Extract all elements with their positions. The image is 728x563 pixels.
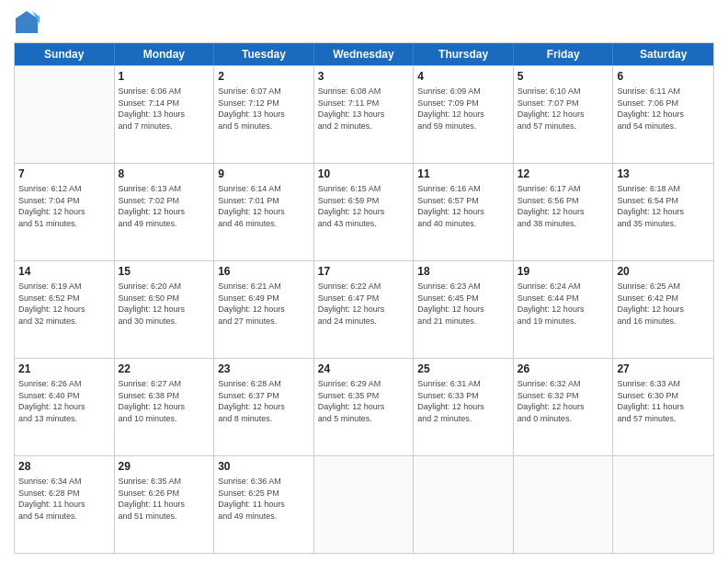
day-number-22: 22: [119, 362, 210, 376]
day-info-20: Sunrise: 6:25 AMSunset: 6:42 PMDaylight:…: [617, 281, 710, 327]
calendar-row-1: 7Sunrise: 6:12 AMSunset: 7:04 PMDaylight…: [15, 163, 713, 260]
weekday-header-thursday: Thursday: [414, 43, 514, 65]
day-cell-4: 4Sunrise: 6:09 AMSunset: 7:09 PMDaylight…: [414, 66, 514, 163]
day-number-2: 2: [218, 69, 310, 84]
day-info-5: Sunrise: 6:10 AMSunset: 7:07 PMDaylight:…: [518, 86, 609, 132]
day-info-26: Sunrise: 6:32 AMSunset: 6:32 PMDaylight:…: [518, 378, 609, 424]
day-cell-29: 29Sunrise: 6:35 AMSunset: 6:26 PMDayligh…: [115, 456, 215, 553]
day-cell-27: 27Sunrise: 6:33 AMSunset: 6:30 PMDayligh…: [613, 359, 713, 455]
day-number-1: 1: [119, 69, 210, 84]
empty-cell: [314, 456, 415, 553]
day-info-16: Sunrise: 6:21 AMSunset: 6:49 PMDaylight:…: [218, 281, 310, 327]
day-info-7: Sunrise: 6:12 AMSunset: 7:04 PMDaylight:…: [18, 183, 110, 229]
day-number-3: 3: [318, 69, 410, 84]
day-info-1: Sunrise: 6:06 AMSunset: 7:14 PMDaylight:…: [119, 86, 210, 132]
day-number-25: 25: [417, 362, 509, 376]
day-info-21: Sunrise: 6:26 AMSunset: 6:40 PMDaylight:…: [18, 378, 110, 424]
day-cell-22: 22Sunrise: 6:27 AMSunset: 6:38 PMDayligh…: [115, 359, 215, 455]
calendar-body: 1Sunrise: 6:06 AMSunset: 7:14 PMDaylight…: [15, 65, 713, 553]
day-number-28: 28: [18, 459, 110, 474]
weekday-header-saturday: Saturday: [613, 43, 713, 65]
day-cell-16: 16Sunrise: 6:21 AMSunset: 6:49 PMDayligh…: [214, 261, 314, 358]
day-number-19: 19: [518, 264, 609, 279]
calendar-row-3: 21Sunrise: 6:26 AMSunset: 6:40 PMDayligh…: [15, 358, 713, 455]
day-number-21: 21: [18, 362, 110, 376]
day-cell-8: 8Sunrise: 6:13 AMSunset: 7:02 PMDaylight…: [115, 164, 215, 260]
day-info-14: Sunrise: 6:19 AMSunset: 6:52 PMDaylight:…: [18, 281, 110, 327]
day-cell-23: 23Sunrise: 6:28 AMSunset: 6:37 PMDayligh…: [214, 359, 314, 455]
day-number-20: 20: [617, 264, 710, 279]
day-info-15: Sunrise: 6:20 AMSunset: 6:50 PMDaylight:…: [119, 281, 210, 327]
day-cell-9: 9Sunrise: 6:14 AMSunset: 7:01 PMDaylight…: [214, 164, 314, 260]
day-cell-15: 15Sunrise: 6:20 AMSunset: 6:50 PMDayligh…: [115, 261, 215, 358]
day-info-10: Sunrise: 6:15 AMSunset: 6:59 PMDaylight:…: [318, 183, 410, 229]
empty-cell: [15, 66, 115, 163]
day-cell-5: 5Sunrise: 6:10 AMSunset: 7:07 PMDaylight…: [514, 66, 614, 163]
day-cell-21: 21Sunrise: 6:26 AMSunset: 6:40 PMDayligh…: [15, 359, 115, 455]
header: [14, 9, 714, 35]
weekday-header-wednesday: Wednesday: [314, 43, 415, 65]
day-cell-2: 2Sunrise: 6:07 AMSunset: 7:12 PMDaylight…: [214, 66, 314, 163]
day-info-12: Sunrise: 6:17 AMSunset: 6:56 PMDaylight:…: [518, 183, 609, 229]
day-cell-30: 30Sunrise: 6:36 AMSunset: 6:25 PMDayligh…: [214, 456, 314, 553]
day-info-17: Sunrise: 6:22 AMSunset: 6:47 PMDaylight:…: [318, 281, 410, 327]
day-number-30: 30: [218, 459, 310, 474]
day-info-25: Sunrise: 6:31 AMSunset: 6:33 PMDaylight:…: [417, 378, 509, 424]
day-info-30: Sunrise: 6:36 AMSunset: 6:25 PMDaylight:…: [218, 476, 310, 522]
day-info-11: Sunrise: 6:16 AMSunset: 6:57 PMDaylight:…: [417, 183, 509, 229]
empty-cell: [414, 456, 514, 553]
day-number-13: 13: [617, 167, 710, 181]
day-number-23: 23: [218, 362, 310, 376]
day-number-27: 27: [617, 362, 710, 376]
logo-icon: [14, 9, 40, 35]
day-cell-12: 12Sunrise: 6:17 AMSunset: 6:56 PMDayligh…: [514, 164, 614, 260]
day-info-2: Sunrise: 6:07 AMSunset: 7:12 PMDaylight:…: [218, 86, 310, 132]
day-cell-28: 28Sunrise: 6:34 AMSunset: 6:28 PMDayligh…: [15, 456, 115, 553]
day-info-28: Sunrise: 6:34 AMSunset: 6:28 PMDaylight:…: [18, 476, 110, 522]
day-info-18: Sunrise: 6:23 AMSunset: 6:45 PMDaylight:…: [417, 281, 509, 327]
day-cell-25: 25Sunrise: 6:31 AMSunset: 6:33 PMDayligh…: [414, 359, 514, 455]
day-info-8: Sunrise: 6:13 AMSunset: 7:02 PMDaylight:…: [119, 183, 210, 229]
day-number-8: 8: [119, 167, 210, 181]
day-number-18: 18: [417, 264, 509, 279]
day-number-17: 17: [318, 264, 410, 279]
day-number-24: 24: [318, 362, 410, 376]
calendar-header: SundayMondayTuesdayWednesdayThursdayFrid…: [15, 43, 713, 65]
day-info-22: Sunrise: 6:27 AMSunset: 6:38 PMDaylight:…: [119, 378, 210, 424]
day-number-16: 16: [218, 264, 310, 279]
weekday-header-friday: Friday: [514, 43, 614, 65]
day-cell-6: 6Sunrise: 6:11 AMSunset: 7:06 PMDaylight…: [613, 66, 713, 163]
day-info-13: Sunrise: 6:18 AMSunset: 6:54 PMDaylight:…: [617, 183, 710, 229]
day-number-26: 26: [518, 362, 609, 376]
day-info-23: Sunrise: 6:28 AMSunset: 6:37 PMDaylight:…: [218, 378, 310, 424]
day-info-19: Sunrise: 6:24 AMSunset: 6:44 PMDaylight:…: [518, 281, 609, 327]
calendar: SundayMondayTuesdayWednesdayThursdayFrid…: [14, 42, 714, 554]
logo: [14, 9, 43, 35]
day-number-14: 14: [18, 264, 110, 279]
weekday-header-sunday: Sunday: [15, 43, 115, 65]
day-info-27: Sunrise: 6:33 AMSunset: 6:30 PMDaylight:…: [617, 378, 710, 424]
day-number-4: 4: [417, 69, 509, 84]
day-info-9: Sunrise: 6:14 AMSunset: 7:01 PMDaylight:…: [218, 183, 310, 229]
day-number-29: 29: [119, 459, 210, 474]
day-cell-18: 18Sunrise: 6:23 AMSunset: 6:45 PMDayligh…: [414, 261, 514, 358]
day-cell-10: 10Sunrise: 6:15 AMSunset: 6:59 PMDayligh…: [314, 164, 415, 260]
day-number-11: 11: [417, 167, 509, 181]
day-cell-14: 14Sunrise: 6:19 AMSunset: 6:52 PMDayligh…: [15, 261, 115, 358]
day-info-6: Sunrise: 6:11 AMSunset: 7:06 PMDaylight:…: [617, 86, 710, 132]
day-cell-13: 13Sunrise: 6:18 AMSunset: 6:54 PMDayligh…: [613, 164, 713, 260]
empty-cell: [514, 456, 614, 553]
day-number-7: 7: [18, 167, 110, 181]
page: SundayMondayTuesdayWednesdayThursdayFrid…: [0, 0, 728, 563]
day-info-29: Sunrise: 6:35 AMSunset: 6:26 PMDaylight:…: [119, 476, 210, 522]
day-info-3: Sunrise: 6:08 AMSunset: 7:11 PMDaylight:…: [318, 86, 410, 132]
day-cell-1: 1Sunrise: 6:06 AMSunset: 7:14 PMDaylight…: [115, 66, 215, 163]
weekday-header-monday: Monday: [115, 43, 215, 65]
weekday-header-tuesday: Tuesday: [214, 43, 314, 65]
day-cell-11: 11Sunrise: 6:16 AMSunset: 6:57 PMDayligh…: [414, 164, 514, 260]
day-info-4: Sunrise: 6:09 AMSunset: 7:09 PMDaylight:…: [417, 86, 509, 132]
day-number-15: 15: [119, 264, 210, 279]
day-cell-17: 17Sunrise: 6:22 AMSunset: 6:47 PMDayligh…: [314, 261, 415, 358]
day-number-9: 9: [218, 167, 310, 181]
day-number-5: 5: [518, 69, 609, 84]
